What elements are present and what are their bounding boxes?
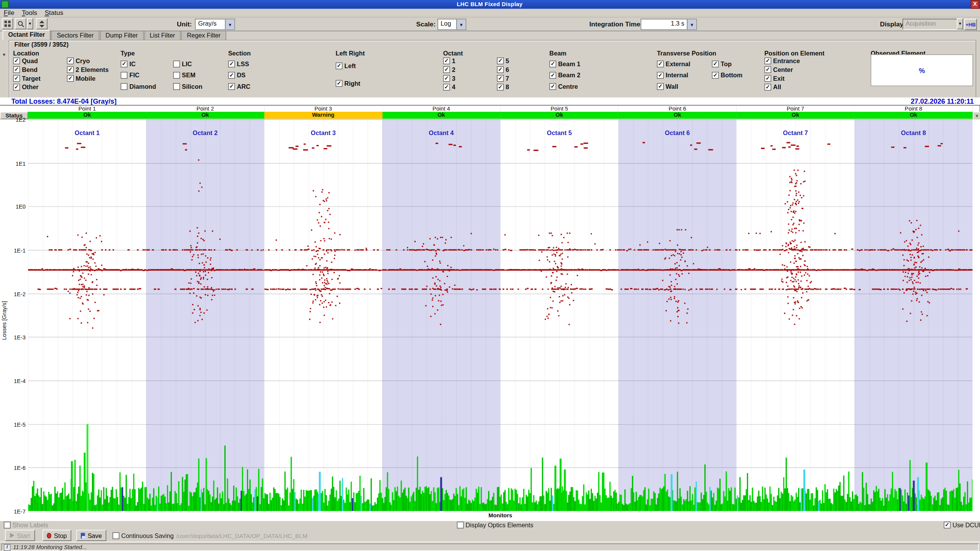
- save-button[interactable]: Save: [76, 530, 106, 541]
- checkbox-box[interactable]: [457, 522, 464, 528]
- status-row-dropdown-icon[interactable]: ▼: [973, 112, 980, 120]
- show-labels-checkbox[interactable]: Show Labels: [4, 522, 48, 528]
- checkbox-8[interactable]: 8: [497, 84, 509, 91]
- save-path-field[interactable]: /user/slops/data/LHC_DATA/OP_DATA/LHC_BL…: [176, 532, 307, 539]
- checkbox-box[interactable]: [336, 80, 343, 87]
- close-icon[interactable]: X: [971, 0, 980, 9]
- tab-regex-filter[interactable]: Regex Filter: [181, 31, 226, 40]
- checkbox-box[interactable]: [443, 66, 450, 73]
- checkbox-box[interactable]: [764, 75, 771, 82]
- display-optics-elements-checkbox[interactable]: Display Optics Elements: [457, 522, 533, 528]
- unit-combo[interactable]: Gray/s ▼: [195, 19, 235, 30]
- checkbox-lic[interactable]: LIC: [173, 60, 192, 67]
- checkbox-centre[interactable]: Centre: [549, 83, 578, 90]
- checkbox-box[interactable]: [764, 57, 771, 64]
- checkbox-box[interactable]: [228, 60, 235, 67]
- checkbox-ds[interactable]: DS: [228, 72, 246, 79]
- checkbox-box[interactable]: [712, 72, 719, 79]
- checkbox-box[interactable]: [764, 84, 771, 91]
- checkbox-box[interactable]: [497, 57, 504, 64]
- checkbox-ic[interactable]: IC: [121, 60, 136, 67]
- observed-element-input[interactable]: %: [871, 54, 973, 86]
- checkbox-quad[interactable]: Quad: [13, 57, 38, 64]
- checkbox-top[interactable]: Top: [712, 60, 732, 67]
- filter-collapse-button[interactable]: ▼: [2, 52, 6, 57]
- menu-status[interactable]: Status: [41, 9, 67, 17]
- checkbox-arc[interactable]: ARC: [228, 83, 250, 90]
- checkbox-2[interactable]: 2: [443, 66, 456, 73]
- checkbox-other[interactable]: Other: [13, 84, 38, 91]
- use-dcum-checkbox[interactable]: Use DCUM: [944, 522, 980, 528]
- checkbox-right[interactable]: Right: [336, 80, 361, 87]
- grid-view-button[interactable]: [2, 18, 13, 29]
- checkbox-box[interactable]: [67, 75, 74, 82]
- checkbox-box[interactable]: [443, 57, 450, 64]
- checkbox-lss[interactable]: LSS: [228, 60, 249, 67]
- checkbox-beam-1[interactable]: Beam 1: [549, 60, 580, 67]
- checkbox-6[interactable]: 6: [497, 66, 509, 73]
- checkbox-box[interactable]: [336, 62, 343, 69]
- checkbox-box[interactable]: [712, 60, 719, 67]
- window-icon[interactable]: [1, 1, 9, 8]
- checkbox-box[interactable]: [549, 60, 556, 67]
- checkbox-bend[interactable]: Bend: [13, 66, 38, 73]
- checkbox-box[interactable]: [944, 522, 951, 528]
- checkbox-external[interactable]: External: [657, 60, 690, 67]
- checkbox-box[interactable]: [121, 72, 127, 79]
- display-dropdown-button[interactable]: ▼: [957, 18, 963, 29]
- checkbox-wall[interactable]: Wall: [657, 83, 678, 90]
- checkbox-box[interactable]: [13, 66, 20, 73]
- checkbox-box[interactable]: [13, 84, 20, 91]
- checkbox-cryo[interactable]: Cryo: [67, 57, 90, 64]
- checkbox-box[interactable]: [67, 57, 74, 64]
- checkbox-box[interactable]: [121, 60, 127, 67]
- checkbox-box[interactable]: [173, 83, 180, 90]
- stop-button[interactable]: Stop: [42, 530, 71, 541]
- checkbox-mobile[interactable]: Mobile: [67, 75, 96, 82]
- checkbox-box[interactable]: [497, 84, 504, 91]
- checkbox-box[interactable]: [4, 522, 11, 528]
- checkbox-entrance[interactable]: Entrance: [764, 57, 800, 64]
- checkbox-3[interactable]: 3: [443, 75, 456, 82]
- resize-button[interactable]: [36, 18, 47, 29]
- integration-time-combo[interactable]: 1.3 s ▼: [640, 19, 697, 30]
- checkbox-box[interactable]: [443, 84, 450, 91]
- checkbox-silicon[interactable]: Silicon: [173, 83, 202, 90]
- menu-file[interactable]: File: [0, 9, 18, 17]
- menu-tools[interactable]: Tools: [18, 9, 41, 17]
- tab-octant-filter[interactable]: Octant Filter: [3, 30, 51, 40]
- checkbox-all[interactable]: All: [764, 84, 781, 91]
- checkbox-target[interactable]: Target: [13, 75, 41, 82]
- checkbox-box[interactable]: [121, 83, 127, 90]
- checkbox-box[interactable]: [549, 72, 556, 79]
- checkbox-box[interactable]: [443, 75, 450, 82]
- zoom-dropdown-button[interactable]: ▼: [27, 18, 33, 29]
- checkbox-4[interactable]: 4: [443, 84, 456, 91]
- checkbox-2-elements[interactable]: 2 Elements: [67, 66, 109, 73]
- checkbox-box[interactable]: [657, 72, 664, 79]
- checkbox-box[interactable]: [173, 72, 180, 79]
- checkbox-box[interactable]: [497, 75, 504, 82]
- checkbox-exit[interactable]: Exit: [764, 75, 785, 82]
- checkbox-box[interactable]: [13, 75, 20, 82]
- checkbox-sem[interactable]: SEM: [173, 72, 195, 79]
- checkbox-fic[interactable]: FIC: [121, 72, 139, 79]
- checkbox-center[interactable]: Center: [764, 66, 793, 73]
- tab-sectors-filter[interactable]: Sectors Filter: [51, 31, 100, 40]
- checkbox-box[interactable]: [228, 72, 235, 79]
- tab-list-filter[interactable]: List Filter: [144, 31, 181, 40]
- checkbox-box[interactable]: [173, 60, 180, 67]
- checkbox-diamond[interactable]: Diamond: [121, 83, 156, 90]
- checkbox-box[interactable]: [13, 57, 20, 64]
- checkbox-box[interactable]: [67, 66, 74, 73]
- checkbox-7[interactable]: 7: [497, 75, 509, 82]
- checkbox-box[interactable]: [497, 66, 504, 73]
- checkbox-box[interactable]: [228, 83, 235, 90]
- hb-button[interactable]: +HB: [964, 19, 977, 30]
- checkbox-box[interactable]: [113, 532, 119, 539]
- zoom-button[interactable]: [15, 18, 26, 29]
- checkbox-box[interactable]: [657, 83, 664, 90]
- checkbox-box[interactable]: [657, 60, 664, 67]
- checkbox-left[interactable]: Left: [336, 62, 356, 69]
- checkbox-1[interactable]: 1: [443, 57, 456, 64]
